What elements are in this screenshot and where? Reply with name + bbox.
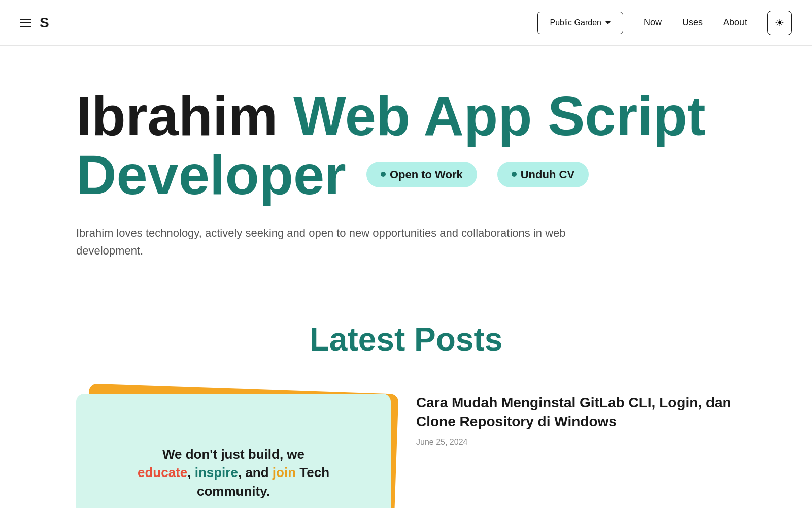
card-text-line1: We don't just build, we bbox=[162, 447, 304, 462]
hero-section: Ibrahim Web App Script Developer Open to… bbox=[0, 46, 812, 290]
post-card-2[interactable]: Cara Mudah Menginstal GitLab CLI, Login,… bbox=[416, 389, 736, 508]
card-educate-text: educate bbox=[138, 465, 187, 480]
card-inspire-text: inspire bbox=[195, 465, 238, 480]
post-card-2-title: Cara Mudah Menginstal GitLab CLI, Login,… bbox=[416, 394, 736, 431]
open-to-work-label: Open to Work bbox=[390, 169, 463, 180]
posts-grid: We don't just build, we educate, inspire… bbox=[76, 389, 736, 508]
open-to-work-badge[interactable]: Open to Work bbox=[366, 162, 477, 187]
latest-posts-title: Latest Posts bbox=[76, 321, 736, 358]
public-garden-label: Public Garden bbox=[550, 18, 601, 27]
chevron-down-icon bbox=[605, 21, 611, 24]
site-logo[interactable]: S bbox=[40, 15, 49, 31]
card-separator1: , bbox=[187, 465, 194, 480]
nav-about-link[interactable]: About bbox=[723, 17, 747, 28]
hero-title-developer: Developer bbox=[76, 145, 346, 204]
cv-label: Unduh CV bbox=[521, 169, 574, 180]
hero-title-role: Web App Script bbox=[293, 84, 706, 147]
card-and-text: , and bbox=[238, 465, 269, 480]
hamburger-menu[interactable] bbox=[20, 19, 31, 27]
card-main-content: We don't just build, we educate, inspire… bbox=[76, 394, 391, 508]
latest-posts-section: Latest Posts We don't just build, we edu… bbox=[0, 290, 812, 508]
nav-uses-link[interactable]: Uses bbox=[682, 17, 703, 28]
navbar-left: S bbox=[20, 15, 49, 31]
public-garden-button[interactable]: Public Garden bbox=[537, 12, 623, 34]
post-card-1[interactable]: We don't just build, we educate, inspire… bbox=[76, 389, 396, 508]
navbar-right: Public Garden Now Uses About ☀ bbox=[537, 11, 792, 35]
navbar: S Public Garden Now Uses About ☀ bbox=[0, 0, 812, 46]
hero-title-first-name: Ibrahim bbox=[76, 84, 278, 147]
card-join-text: join bbox=[273, 465, 296, 480]
cv-dot bbox=[512, 172, 517, 177]
hero-title: Ibrahim Web App Script Developer Open to… bbox=[76, 86, 736, 204]
sun-icon: ☀ bbox=[775, 17, 784, 29]
card-text: We don't just build, we educate, inspire… bbox=[138, 445, 329, 500]
download-cv-badge[interactable]: Unduh CV bbox=[497, 162, 589, 187]
post-card-2-date: June 25, 2024 bbox=[416, 438, 736, 447]
open-work-dot bbox=[381, 172, 386, 177]
nav-now-link[interactable]: Now bbox=[644, 17, 662, 28]
hero-description: Ibrahim loves technology, actively seeki… bbox=[76, 224, 634, 260]
theme-toggle-button[interactable]: ☀ bbox=[767, 11, 792, 35]
